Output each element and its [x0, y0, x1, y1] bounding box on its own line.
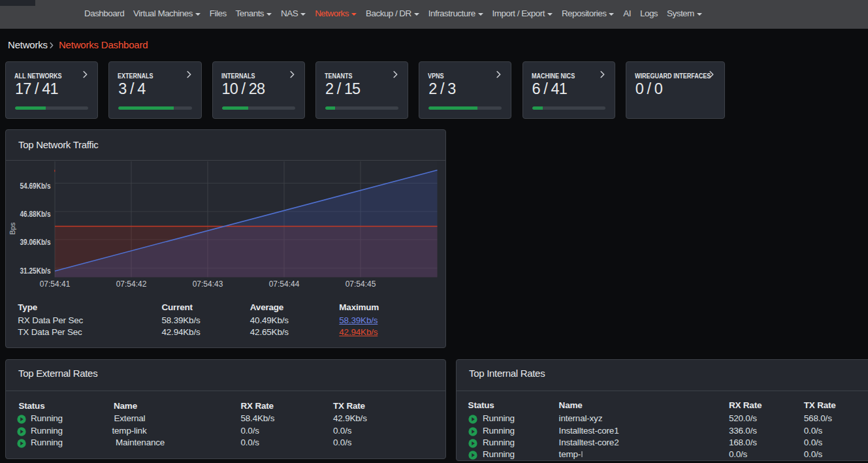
svg-text:46.88Kb/s: 46.88Kb/s — [20, 210, 51, 219]
svg-text:07:54:44: 07:54:44 — [269, 279, 300, 289]
svg-text:54.69Kb/s: 54.69Kb/s — [20, 182, 51, 191]
svg-text:07:54:41: 07:54:41 — [40, 279, 71, 289]
svg-text:39.06Kb/s: 39.06Kb/s — [20, 238, 51, 247]
svg-text:Bps: Bps — [8, 222, 16, 234]
svg-text:07:54:43: 07:54:43 — [193, 279, 223, 289]
svg-text:07:54:45: 07:54:45 — [346, 279, 376, 289]
svg-text:07:54:42: 07:54:42 — [116, 279, 147, 289]
svg-text:31.25Kb/s: 31.25Kb/s — [20, 266, 51, 276]
